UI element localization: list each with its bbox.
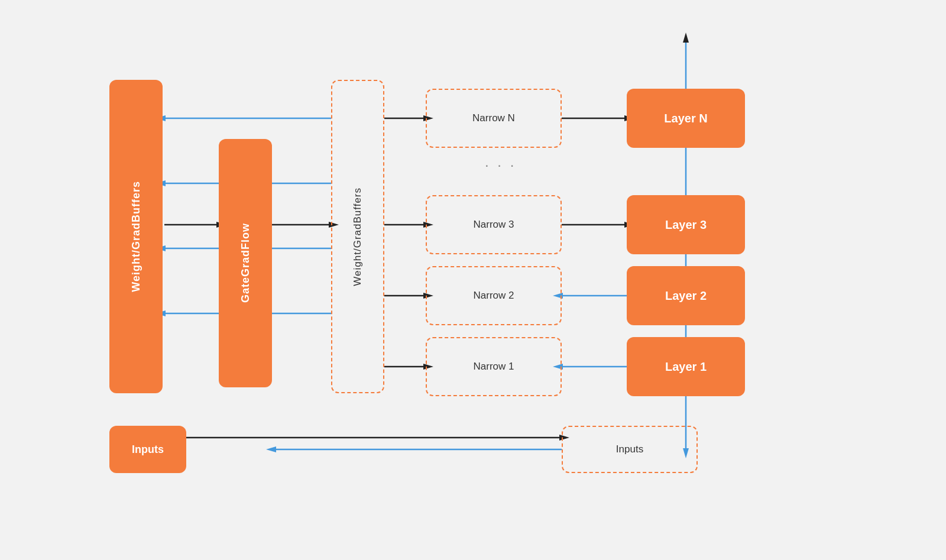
inputs-right-label: Inputs bbox=[616, 444, 643, 455]
weight-grad-buffers-box: Weight/GradBuffers bbox=[109, 80, 163, 393]
layer-1-label: Layer 1 bbox=[665, 360, 707, 374]
narrow-n-box: Narrow N bbox=[426, 89, 562, 148]
inputs-left-label: Inputs bbox=[132, 444, 164, 456]
narrow-1-box: Narrow 1 bbox=[426, 337, 562, 396]
narrow-3-box: Narrow 3 bbox=[426, 195, 562, 254]
narrow-n-label: Narrow N bbox=[472, 112, 515, 124]
layer-1-box: Layer 1 bbox=[627, 337, 745, 396]
layer-3-label: Layer 3 bbox=[665, 218, 707, 232]
svg-marker-16 bbox=[266, 446, 276, 452]
narrow-2-box: Narrow 2 bbox=[426, 266, 562, 325]
diagram-canvas: Weight/GradBuffers GateGradFlow Weight/G… bbox=[0, 0, 946, 560]
svg-marker-1 bbox=[683, 33, 689, 43]
weight-grad-buffers-label: Weight/GradBuffers bbox=[130, 181, 142, 292]
inputs-right-box: Inputs bbox=[562, 426, 698, 473]
layer-2-label: Layer 2 bbox=[665, 289, 707, 303]
narrow-2-label: Narrow 2 bbox=[474, 290, 514, 302]
inputs-left-box: Inputs bbox=[109, 426, 186, 473]
narrow-1-label: Narrow 1 bbox=[474, 361, 514, 373]
ellipsis-narrow: · · · bbox=[485, 157, 516, 173]
layer-n-box: Layer N bbox=[627, 89, 745, 148]
layer-n-label: Layer N bbox=[664, 112, 707, 125]
layer-2-box: Layer 2 bbox=[627, 266, 745, 325]
weight-grad-buffers-inner-box: Weight/GradBuffers bbox=[331, 80, 384, 393]
weight-grad-buffers-inner-label: Weight/GradBuffers bbox=[352, 187, 364, 286]
gate-grad-flow-label: GateGradFlow bbox=[239, 223, 252, 303]
narrow-3-label: Narrow 3 bbox=[474, 219, 514, 231]
gate-grad-flow-box: GateGradFlow bbox=[219, 139, 272, 387]
layer-3-box: Layer 3 bbox=[627, 195, 745, 254]
